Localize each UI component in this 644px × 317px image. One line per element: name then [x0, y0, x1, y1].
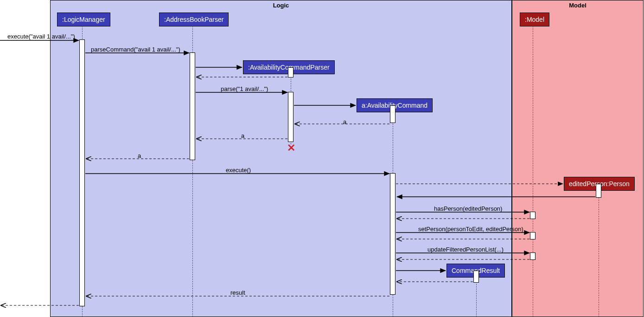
msg-has-person: hasPerson(editedPerson) — [434, 205, 502, 212]
frame-model-title: Model — [569, 2, 587, 9]
lifeline-edited-person — [599, 190, 599, 317]
msg-parse-command: parseCommand("avail 1 avail/...") — [91, 46, 180, 53]
activation-address-book-parser — [190, 52, 195, 160]
activation-model-hasperson — [530, 212, 536, 219]
activation-edited-person — [596, 184, 601, 198]
activation-model-update — [530, 252, 536, 260]
msg-return-a3: a — [138, 152, 141, 159]
destroy-icon: ✕ — [287, 142, 295, 154]
msg-return-a2: a — [241, 132, 244, 139]
activation-ac-create — [390, 105, 395, 123]
frame-logic-title: Logic — [273, 2, 289, 9]
lifeline-model — [533, 26, 533, 317]
activation-acp-create — [288, 67, 293, 78]
activation-command-result — [473, 271, 479, 283]
msg-result: result — [230, 289, 245, 296]
msg-set-person: setPerson(personToEdit, editedPerson) — [418, 226, 523, 233]
msg-parse: parse("1 avail/...") — [221, 85, 268, 92]
msg-return-a1: a — [343, 118, 346, 125]
activation-logic-manager — [79, 39, 85, 306]
msg-update-filtered: updateFilteredPersonList(...) — [427, 246, 504, 253]
participant-address-book-parser: :AddressBookParser — [159, 13, 229, 26]
lifeline-command-result — [476, 277, 477, 317]
frame-model: Model — [512, 0, 644, 317]
activation-ac-execute — [390, 173, 395, 295]
msg-external-execute: execute("avail 1 avail/...") — [7, 33, 75, 40]
activation-acp-parse — [288, 92, 293, 142]
participant-logic-manager: :LogicManager — [57, 13, 110, 26]
activation-model-setperson — [530, 232, 536, 239]
participant-model: :Model — [520, 13, 549, 26]
msg-execute: execute() — [226, 167, 251, 174]
